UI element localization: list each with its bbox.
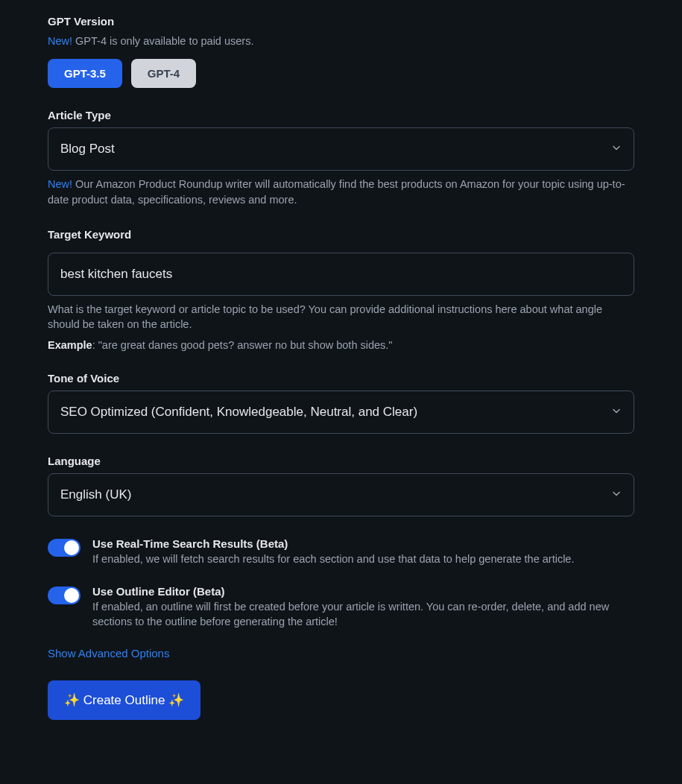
gpt-version-helper: New! GPT-4 is only available to paid use…	[48, 34, 634, 48]
tone-of-voice-select-wrapper: SEO Optimized (Confident, Knowledgeable,…	[48, 391, 634, 434]
article-type-select-wrapper: Blog Post	[48, 127, 634, 171]
realtime-toggle[interactable]	[48, 539, 80, 557]
language-label: Language	[48, 455, 634, 467]
outline-editor-toggle-title: Use Outline Editor (Beta)	[92, 585, 634, 598]
gpt-version-helper-text: GPT-4 is only available to paid users.	[72, 35, 253, 47]
new-badge: New!	[48, 178, 72, 190]
outline-editor-toggle-row: Use Outline Editor (Beta) If enabled, an…	[48, 585, 634, 630]
create-button-wrapper: ✨ Create Outline ✨	[48, 680, 634, 720]
target-keyword-label: Target Keyword	[48, 228, 634, 241]
article-type-section: Article Type Blog Post New! Our Amazon P…	[48, 109, 634, 207]
new-badge: New!	[48, 35, 72, 47]
gpt4-button[interactable]: GPT-4	[131, 59, 196, 88]
gpt-version-buttons: GPT-3.5 GPT-4	[48, 59, 634, 88]
realtime-toggle-content: Use Real-Time Search Results (Beta) If e…	[92, 537, 634, 566]
outline-editor-toggle-desc: If enabled, an outline will first be cre…	[92, 599, 634, 630]
create-outline-label: Create Outline	[83, 693, 165, 707]
gpt-version-label: GPT Version	[48, 15, 634, 28]
realtime-toggle-row: Use Real-Time Search Results (Beta) If e…	[48, 537, 634, 566]
language-section: Language English (UK)	[48, 455, 634, 516]
tone-of-voice-label: Tone of Voice	[48, 372, 634, 385]
target-keyword-example: Example: "are great danes good pets? ans…	[48, 339, 634, 351]
toggle-knob	[64, 540, 79, 555]
gpt35-button[interactable]: GPT-3.5	[48, 59, 122, 88]
language-select-wrapper: English (UK)	[48, 473, 634, 516]
example-text: : "are great danes good pets? answer no …	[92, 339, 393, 351]
article-type-label: Article Type	[48, 109, 634, 121]
example-label: Example	[48, 339, 92, 351]
toggle-knob	[64, 588, 79, 603]
article-type-helper-text: Our Amazon Product Roundup writer will a…	[48, 178, 625, 205]
target-keyword-helper: What is the target keyword or article to…	[48, 302, 634, 332]
article-type-helper: New! Our Amazon Product Roundup writer w…	[48, 177, 634, 207]
tone-of-voice-select[interactable]: SEO Optimized (Confident, Knowledgeable,…	[48, 391, 634, 434]
realtime-toggle-desc: If enabled, we will fetch search results…	[92, 551, 634, 566]
realtime-toggle-title: Use Real-Time Search Results (Beta)	[92, 537, 634, 550]
article-type-select[interactable]: Blog Post	[48, 127, 634, 171]
sparkle-icon: ✨	[168, 692, 184, 708]
gpt-version-section: GPT Version New! GPT-4 is only available…	[48, 15, 634, 88]
sparkle-icon: ✨	[64, 692, 80, 708]
tone-of-voice-section: Tone of Voice SEO Optimized (Confident, …	[48, 372, 634, 434]
target-keyword-input[interactable]	[48, 253, 634, 296]
target-keyword-section: Target Keyword What is the target keywor…	[48, 228, 634, 352]
create-outline-button[interactable]: ✨ Create Outline ✨	[48, 680, 201, 720]
outline-editor-toggle-content: Use Outline Editor (Beta) If enabled, an…	[92, 585, 634, 630]
outline-editor-toggle[interactable]	[48, 587, 80, 604]
language-select[interactable]: English (UK)	[48, 473, 634, 516]
show-advanced-options-link[interactable]: Show Advanced Options	[48, 647, 169, 660]
